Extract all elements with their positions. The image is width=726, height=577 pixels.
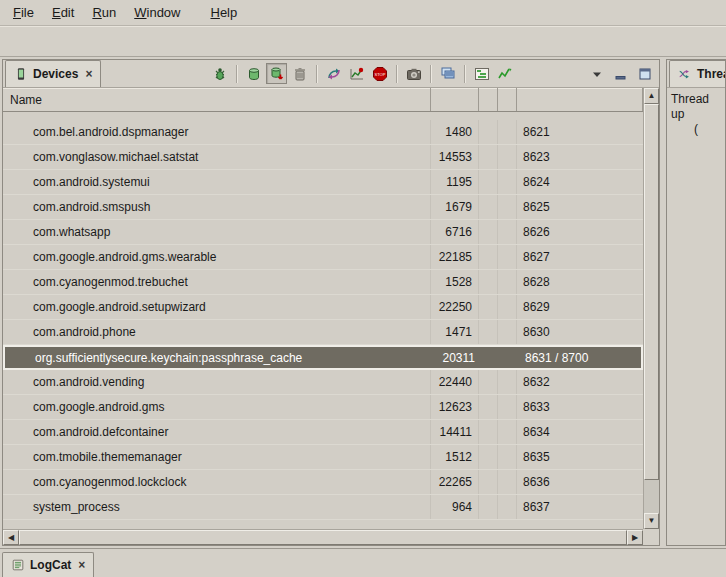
- scroll-left-button[interactable]: ◀: [3, 530, 19, 545]
- threads-panel: Threads Thread up(: [666, 59, 726, 546]
- start-method-profiling-button[interactable]: [346, 63, 367, 84]
- maximize-button[interactable]: [634, 63, 655, 84]
- process-cell-empty: [479, 445, 498, 469]
- process-name: org.sufficientlysecure.keychain:passphra…: [5, 347, 433, 368]
- menu-item-file[interactable]: File: [4, 1, 43, 24]
- logcat-icon: [11, 558, 25, 572]
- tab-threads[interactable]: Threads: [669, 60, 726, 87]
- menu-item-edit[interactable]: Edit: [43, 1, 83, 24]
- process-pid: 964: [431, 495, 479, 519]
- scroll-down-button[interactable]: ▼: [644, 513, 659, 529]
- process-row[interactable]: com.cyanogenmod.trebuchet15288628: [3, 270, 643, 295]
- process-port: 8635: [517, 445, 643, 469]
- process-row[interactable]: com.android.defcontainer144118634: [3, 420, 643, 445]
- view-hierarchy-button[interactable]: [437, 63, 458, 84]
- process-cell-empty: [498, 170, 517, 194]
- devices-toolbar: STOP: [209, 63, 515, 84]
- vertical-scrollbar-thumb[interactable]: [644, 104, 659, 480]
- process-cell-empty: [479, 220, 498, 244]
- update-threads-button[interactable]: [323, 63, 344, 84]
- process-pid: 20311: [433, 347, 481, 368]
- vertical-scrollbar[interactable]: ▲ ▼: [643, 88, 659, 529]
- threads-message-line: (: [671, 122, 721, 137]
- minimize-button[interactable]: [610, 63, 631, 84]
- process-name: com.cyanogenmod.lockclock: [3, 470, 431, 494]
- tab-devices-label: Devices: [33, 67, 78, 81]
- process-port: 8631 / 8700: [519, 347, 641, 368]
- menu-item-window[interactable]: Window: [125, 1, 189, 24]
- menu-item-help[interactable]: Help: [201, 1, 246, 24]
- process-name: com.bel.android.dspmanager: [3, 120, 431, 144]
- stop-process-button[interactable]: STOP: [369, 63, 390, 84]
- process-row[interactable]: com.android.smspush16798625: [3, 195, 643, 220]
- tab-threads-label: Threads: [697, 67, 726, 81]
- process-pid: 1480: [431, 120, 479, 144]
- process-cell-empty: [479, 370, 498, 394]
- process-name: com.cyanogenmod.trebuchet: [3, 270, 431, 294]
- process-table-body: com.bel.android.dspmanager14808621com.vo…: [3, 112, 643, 529]
- toolbar-separator: [236, 65, 237, 83]
- process-row[interactable]: com.google.android.setupwizard222508629: [3, 295, 643, 320]
- process-port: 8626: [517, 220, 643, 244]
- cause-gc-button[interactable]: [289, 63, 310, 84]
- dump-hprof-button[interactable]: [266, 63, 287, 84]
- process-row[interactable]: system_process9648637: [3, 495, 643, 520]
- process-cell-empty: [479, 120, 498, 144]
- opengl-trace-button[interactable]: [494, 63, 515, 84]
- screen-capture-button[interactable]: [403, 63, 424, 84]
- process-row[interactable]: com.whatsapp67168626: [3, 220, 643, 245]
- process-row[interactable]: com.android.systemui11958624: [3, 170, 643, 195]
- process-row[interactable]: com.android.vending224408632: [3, 370, 643, 395]
- tab-devices-close-button[interactable]: ×: [83, 67, 92, 81]
- process-row[interactable]: com.vonglasow.michael.satstat145538623: [3, 145, 643, 170]
- process-cell-empty: [498, 495, 517, 519]
- process-port: 8629: [517, 295, 643, 319]
- column-header-3[interactable]: [498, 88, 517, 111]
- process-cell-empty: [498, 145, 517, 169]
- process-row[interactable]: com.cyanogenmod.lockclock222658636: [3, 470, 643, 495]
- process-port: 8634: [517, 420, 643, 444]
- process-cell-empty: [481, 347, 500, 368]
- process-pid: 14411: [431, 420, 479, 444]
- device-icon: [14, 67, 28, 81]
- process-pid: 1195: [431, 170, 479, 194]
- process-row[interactable]: com.google.android.gms.wearable221858627: [3, 245, 643, 270]
- process-cell-empty: [479, 170, 498, 194]
- process-port: 8636: [517, 470, 643, 494]
- view-menu-button[interactable]: [586, 63, 607, 84]
- scroll-up-button[interactable]: ▲: [644, 88, 659, 104]
- menu-item-run[interactable]: Run: [83, 1, 125, 24]
- process-pid: 1528: [431, 270, 479, 294]
- debug-process-button[interactable]: [209, 63, 230, 84]
- column-header-2[interactable]: [479, 88, 498, 111]
- process-port: 8628: [517, 270, 643, 294]
- process-pid: 1471: [431, 320, 479, 344]
- tab-logcat[interactable]: LogCat ×: [2, 552, 94, 577]
- column-header-name[interactable]: Name: [3, 88, 431, 111]
- horizontal-scrollbar[interactable]: ◀ ▶: [3, 529, 643, 545]
- update-heap-button[interactable]: [243, 63, 264, 84]
- process-row[interactable]: com.tmobile.thememanager15128635: [3, 445, 643, 470]
- process-row[interactable]: com.google.android.gms126238633: [3, 395, 643, 420]
- devices-panel-header: Devices × STOP: [3, 60, 659, 88]
- process-port: 8627: [517, 245, 643, 269]
- process-row-selected[interactable]: org.sufficientlysecure.keychain:passphra…: [3, 345, 643, 370]
- scroll-right-button[interactable]: ▶: [627, 530, 643, 545]
- process-cell-empty: [498, 220, 517, 244]
- process-name: com.android.vending: [3, 370, 431, 394]
- process-row[interactable]: com.android.phone14718630: [3, 320, 643, 345]
- tab-logcat-close-button[interactable]: ×: [76, 558, 85, 572]
- horizontal-scrollbar-thumb[interactable]: [19, 530, 627, 545]
- horizontal-scrollbar-track[interactable]: [19, 530, 627, 545]
- process-row[interactable]: com.bel.android.dspmanager14808621: [3, 120, 643, 145]
- toolbar-separator: [396, 65, 397, 83]
- process-cell-empty: [479, 395, 498, 419]
- tab-devices[interactable]: Devices ×: [5, 60, 101, 87]
- vertical-scrollbar-track[interactable]: [644, 104, 659, 513]
- systrace-button[interactable]: [471, 63, 492, 84]
- column-header-4[interactable]: [517, 88, 643, 111]
- process-name: com.whatsapp: [3, 220, 431, 244]
- toolbar-separator: [430, 65, 431, 83]
- column-header-1[interactable]: [431, 88, 479, 111]
- process-port: 8637: [517, 495, 643, 519]
